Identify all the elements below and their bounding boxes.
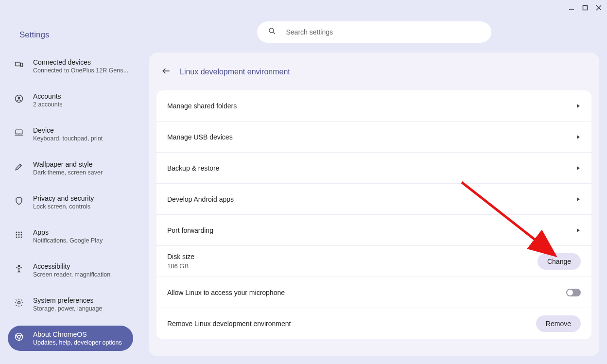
laptop-icon [14, 127, 24, 138]
svg-rect-8 [16, 130, 22, 134]
sidebar-item-sub: Connected to OnePlus 12R Gens... [33, 67, 128, 74]
accessibility-icon [14, 263, 24, 274]
svg-point-18 [21, 237, 22, 238]
svg-point-13 [16, 234, 17, 236]
chevron-right-icon [576, 226, 581, 235]
sidebar-item-sub: Storage, power, language [33, 305, 102, 312]
back-button[interactable] [161, 66, 171, 78]
row-microphone[interactable]: Allow Linux to access your microphone [156, 277, 591, 308]
sidebar-item-device[interactable]: DeviceKeyboard, touchpad, print [8, 121, 133, 147]
content-panel: Linux development environment Manage sha… [149, 52, 599, 356]
sidebar-item-apps[interactable]: AppsNotifications, Google Play [8, 224, 133, 249]
main: Linux development environment Manage sha… [141, 16, 607, 364]
sidebar-item-label: About ChromeOS [33, 330, 122, 338]
apps-icon [14, 229, 24, 240]
sidebar-item-accounts[interactable]: Accounts2 accounts [8, 87, 133, 113]
sidebar: Settings Connected devicesConnected to O… [0, 16, 141, 364]
row-label: Manage shared folders [167, 102, 237, 110]
sidebar-item-label: Accessibility [33, 262, 110, 270]
svg-marker-30 [577, 228, 580, 232]
svg-point-15 [21, 234, 22, 236]
svg-rect-1 [583, 6, 588, 10]
svg-marker-26 [577, 104, 580, 108]
row-remove-linux: Remove Linux development environment Rem… [156, 308, 591, 339]
sidebar-item-label: Device [33, 126, 103, 134]
chevron-right-icon [576, 195, 581, 204]
sidebar-item-system[interactable]: System preferencesStorage, power, langua… [8, 292, 133, 317]
sidebar-item-label: Privacy and security [33, 194, 94, 202]
svg-line-24 [273, 32, 275, 34]
sidebar-item-sub: Lock screen, controls [33, 203, 94, 210]
sidebar-item-sub: Notifications, Google Play [33, 237, 103, 244]
sidebar-item-wallpaper[interactable]: Wallpaper and styleDark theme, screen sa… [8, 156, 133, 181]
sidebar-item-sub: Keyboard, touchpad, print [33, 135, 103, 142]
row-label: Port forwarding [167, 226, 213, 234]
svg-point-10 [16, 232, 17, 233]
brush-icon [14, 161, 24, 172]
close-icon[interactable] [595, 4, 602, 11]
chrome-icon [14, 331, 24, 342]
sidebar-item-label: Wallpaper and style [33, 160, 103, 168]
svg-point-12 [21, 232, 22, 233]
gear-icon [14, 297, 24, 308]
row-disk-size: Disk size 106 GB Change [156, 246, 591, 277]
disk-size-value: 106 GB [167, 262, 194, 270]
row-label: Allow Linux to access your microphone [167, 289, 285, 296]
window-titlebar [0, 0, 607, 16]
row-label: Backup & restore [167, 164, 219, 172]
search-input[interactable] [286, 28, 481, 36]
svg-point-19 [18, 265, 19, 267]
sidebar-item-accessibility[interactable]: AccessibilityScreen reader, magnificatio… [8, 258, 133, 283]
svg-point-14 [18, 234, 20, 236]
sidebar-item-about[interactable]: About ChromeOSUpdates, help, developer o… [8, 326, 133, 351]
sidebar-item-label: Connected devices [33, 58, 128, 66]
row-port-forwarding[interactable]: Port forwarding [156, 215, 591, 246]
row-label: Remove Linux development environment [167, 320, 291, 328]
sidebar-item-sub: Dark theme, screen saver [33, 169, 103, 176]
sidebar-item-sub: Screen reader, magnification [33, 271, 110, 278]
row-label: Disk size [167, 253, 194, 260]
maximize-icon[interactable] [582, 4, 589, 11]
sidebar-item-connected-devices[interactable]: Connected devicesConnected to OnePlus 12… [8, 53, 133, 79]
shield-icon [14, 195, 24, 206]
svg-marker-28 [577, 166, 580, 170]
svg-rect-5 [20, 63, 22, 67]
sidebar-item-label: Accounts [33, 92, 62, 100]
chevron-right-icon [576, 164, 581, 173]
devices-icon [14, 59, 24, 70]
svg-point-7 [18, 97, 20, 99]
remove-button[interactable]: Remove [536, 315, 581, 332]
minimize-icon[interactable] [568, 4, 575, 11]
svg-marker-27 [577, 135, 580, 139]
sidebar-item-sub: 2 accounts [33, 101, 62, 108]
row-usb-devices[interactable]: Manage USB devices [156, 121, 591, 153]
row-shared-folders[interactable]: Manage shared folders [156, 90, 591, 121]
sidebar-item-sub: Updates, help, developer options [33, 339, 122, 346]
row-label: Develop Android apps [167, 195, 234, 203]
page-title: Linux development environment [180, 68, 290, 76]
sidebar-item-privacy[interactable]: Privacy and securityLock screen, control… [8, 190, 133, 215]
change-button[interactable]: Change [538, 253, 581, 270]
svg-point-17 [18, 237, 20, 238]
account-icon [14, 93, 24, 104]
row-backup-restore[interactable]: Backup & restore [156, 153, 591, 184]
search-bar[interactable] [257, 21, 491, 43]
svg-point-16 [16, 237, 17, 238]
row-android-apps[interactable]: Develop Android apps [156, 184, 591, 215]
sidebar-item-label: Apps [33, 228, 103, 236]
row-label: Manage USB devices [167, 133, 233, 141]
svg-rect-4 [16, 62, 20, 66]
search-icon [268, 27, 277, 37]
microphone-toggle[interactable] [566, 289, 581, 296]
chevron-right-icon [576, 133, 581, 141]
sidebar-item-label: System preferences [33, 296, 102, 304]
chevron-right-icon [576, 102, 581, 110]
svg-point-20 [18, 302, 20, 304]
svg-marker-29 [577, 197, 580, 201]
svg-point-11 [18, 232, 20, 233]
app-title: Settings [8, 25, 133, 53]
svg-point-23 [269, 28, 274, 33]
